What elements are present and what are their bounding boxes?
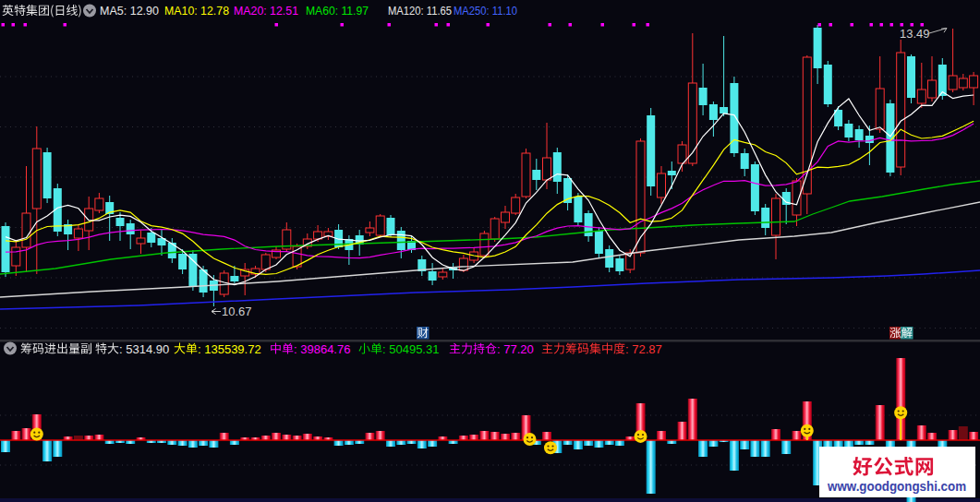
svg-text:MA250: 11.10: MA250: 11.10: [454, 4, 517, 18]
svg-text:: 135539.72: : 135539.72: [198, 342, 261, 356]
svg-text:: 5314.90: : 5314.90: [119, 342, 169, 356]
svg-text:: 77.20: : 77.20: [497, 342, 534, 356]
svg-text:MA20: 12.51: MA20: 12.51: [234, 4, 298, 18]
svg-text:MA5: 12.90: MA5: 12.90: [100, 4, 159, 18]
svg-text:www.goodgongshi.com: www.goodgongshi.com: [827, 478, 966, 494]
svg-text:10.67: 10.67: [222, 305, 252, 318]
svg-text:: 50495.31: : 50495.31: [382, 342, 439, 356]
svg-text:13.49: 13.49: [900, 27, 930, 41]
svg-text:MA10: 12.78: MA10: 12.78: [164, 4, 229, 18]
svg-text:MA60: 11.97: MA60: 11.97: [306, 4, 369, 18]
svg-text:: 39864.76: : 39864.76: [294, 342, 350, 356]
svg-text:MA120: 11.65: MA120: 11.65: [388, 4, 452, 18]
svg-text:: 72.87: : 72.87: [625, 342, 662, 356]
